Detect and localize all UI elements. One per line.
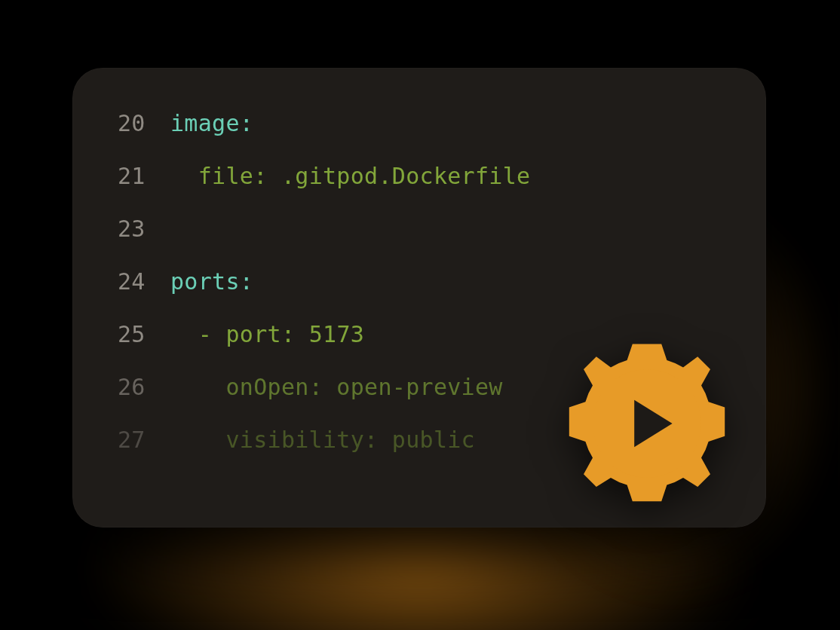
code-line: 20image:: [118, 110, 721, 163]
line-number: 24: [118, 268, 170, 295]
code-editor-panel: 20image:21 file: .gitpod.Dockerfile2324p…: [72, 68, 766, 528]
code-content: image:: [170, 110, 253, 136]
code-content: file: .gitpod.Dockerfile: [170, 163, 530, 189]
line-number: 25: [118, 321, 170, 347]
code-line: 23: [118, 216, 721, 268]
code-line: 24ports:: [118, 268, 721, 321]
line-number: 27: [118, 427, 170, 453]
code-content: visibility: public: [170, 427, 475, 453]
gear-play-icon: [556, 333, 737, 514]
code-content: onOpen: open-preview: [170, 374, 503, 400]
line-number: 26: [118, 374, 170, 400]
line-number: 20: [118, 110, 170, 136]
code-content: ports:: [170, 268, 253, 295]
line-number: 23: [118, 216, 170, 242]
line-number: 21: [118, 163, 170, 189]
code-content: - port: 5173: [170, 321, 364, 347]
code-line: 21 file: .gitpod.Dockerfile: [118, 163, 721, 216]
